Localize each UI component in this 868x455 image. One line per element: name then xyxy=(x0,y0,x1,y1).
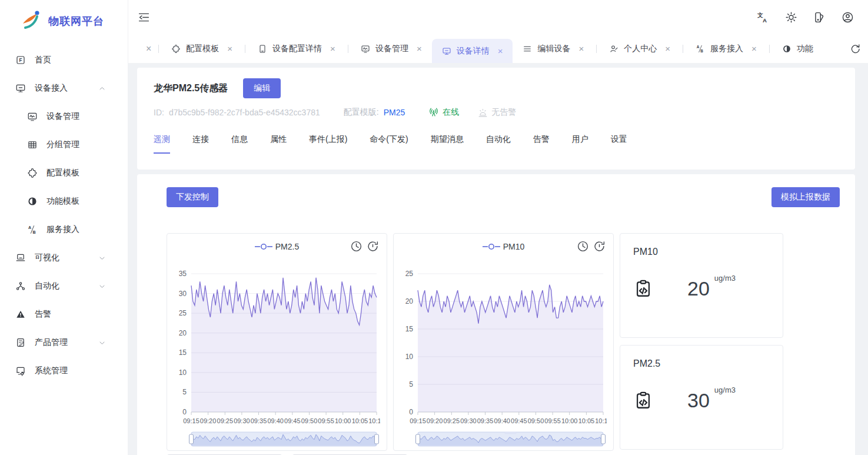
tab-device-management[interactable]: 设备管理 × xyxy=(351,34,432,63)
svg-text:25: 25 xyxy=(405,270,414,278)
svg-text:09:15: 09:15 xyxy=(410,417,426,424)
device-title: 龙华PM2.5传感器 xyxy=(154,82,228,95)
tab-users[interactable]: 用户 xyxy=(572,134,588,154)
tab-expected-messages[interactable]: 期望消息 xyxy=(431,134,464,154)
sidebar-nav: F 首页 设备接入 设备管理 分组管理 配置模板 功能模 xyxy=(0,46,128,385)
sidebar-item-automation[interactable]: 自动化 xyxy=(0,272,128,300)
tab-label: 个人中心 xyxy=(624,44,657,54)
tab-separator xyxy=(348,45,348,53)
sidebar-item-label: 产品管理 xyxy=(35,337,68,348)
tab-alerts[interactable]: 告警 xyxy=(533,134,550,154)
chart-legend[interactable]: PM2.5 xyxy=(255,242,299,251)
svg-text:15: 15 xyxy=(179,348,187,357)
svg-text:A: A xyxy=(28,225,31,230)
sidebar-item-home[interactable]: F 首页 xyxy=(0,46,128,74)
tablet-icon xyxy=(258,44,267,54)
device-id: ID:d7b5c9b5-f982-2c7f-bda5-e45432cc3781 xyxy=(154,108,320,117)
tab-label: 设备配置详情 xyxy=(272,44,322,54)
clipboard-code-icon xyxy=(633,278,653,298)
iot-platform-app: 物联网平台 F 首页 设备接入 设备管理 分组管理 配置模板 xyxy=(0,0,868,455)
close-icon[interactable]: × xyxy=(417,44,422,54)
svg-text:10:00: 10:00 xyxy=(335,417,351,424)
svg-text:09:45: 09:45 xyxy=(284,417,301,424)
close-icon[interactable]: × xyxy=(141,44,156,54)
tab-commands[interactable]: 命令(下发) xyxy=(370,134,408,154)
tab-automation[interactable]: 自动化 xyxy=(486,134,511,154)
svg-text:09:55: 09:55 xyxy=(544,417,561,424)
sidebar-item-service-access[interactable]: AB 服务接入 xyxy=(0,215,128,244)
main-area: 文A × 配置模板 × 设备配置详情 × 设备管理 xyxy=(128,0,868,455)
refresh-clock-icon[interactable] xyxy=(367,240,379,253)
svg-text:09:45: 09:45 xyxy=(511,417,527,424)
online-status: 在线 xyxy=(428,107,459,118)
value-card-unit: ug/m3 xyxy=(714,274,736,283)
close-icon[interactable]: × xyxy=(665,44,670,54)
svg-text:09:30: 09:30 xyxy=(460,417,477,424)
legend-line-marker-icon xyxy=(255,243,272,250)
brand-logo-icon xyxy=(18,8,44,34)
config-template-label: 配置模版: xyxy=(344,107,379,118)
sidebar-item-label: 服务接入 xyxy=(46,224,79,235)
brand-logo[interactable]: 物联网平台 xyxy=(0,0,128,38)
brand-name: 物联网平台 xyxy=(48,14,104,28)
close-icon[interactable]: × xyxy=(578,44,584,54)
menu-fold-icon[interactable] xyxy=(138,11,150,24)
doc-edit-icon xyxy=(15,337,26,348)
sidebar-item-product-management[interactable]: 产品管理 xyxy=(0,328,128,357)
sidebar-item-label: 告警 xyxy=(35,309,51,320)
clipboard-code-icon xyxy=(633,390,653,410)
tab-info[interactable]: 信息 xyxy=(231,134,248,154)
close-icon[interactable]: × xyxy=(330,44,335,54)
svg-text:B: B xyxy=(32,230,35,235)
sidebar-item-group-management[interactable]: 分组管理 xyxy=(0,131,128,159)
refresh-icon[interactable] xyxy=(850,43,861,54)
svg-text:A: A xyxy=(697,45,700,49)
clock-icon[interactable] xyxy=(350,240,363,253)
simulate-report-button[interactable]: 模拟上报数据 xyxy=(771,187,840,207)
send-control-button[interactable]: 下发控制 xyxy=(167,187,218,207)
refresh-clock-icon[interactable] xyxy=(593,240,606,253)
chart-title: PM10 xyxy=(503,242,525,251)
tab-separator xyxy=(158,45,159,53)
device-detail-tabs: 遥测 连接 信息 属性 事件(上报) 命令(下发) 期望消息 自动化 告警 用户… xyxy=(154,134,839,154)
pm10-datazoom-slider[interactable] xyxy=(400,429,607,449)
sidebar-item-alerts[interactable]: 告警 xyxy=(0,300,128,328)
tab-service-access[interactable]: AB 服务接入 × xyxy=(686,34,767,63)
ab-icon: AB xyxy=(27,224,38,235)
edit-button[interactable]: 编辑 xyxy=(243,78,281,98)
user-avatar-icon[interactable] xyxy=(842,11,854,24)
svg-text:5: 5 xyxy=(409,380,413,388)
config-template-link[interactable]: PM25 xyxy=(384,108,405,117)
tab-attributes[interactable]: 属性 xyxy=(270,134,287,154)
sidebar-item-function-template[interactable]: 功能模板 xyxy=(0,187,128,215)
close-icon[interactable]: × xyxy=(498,46,503,56)
tab-device-config-detail[interactable]: 设备配置详情 × xyxy=(248,34,345,63)
palette-icon[interactable] xyxy=(813,11,826,24)
pm25-datazoom-slider[interactable] xyxy=(174,429,380,449)
legend-line-marker-icon xyxy=(483,243,500,250)
tab-edit-device[interactable]: 编辑设备 × xyxy=(513,34,594,63)
warning-icon xyxy=(15,309,26,320)
chart-legend[interactable]: PM10 xyxy=(483,242,525,251)
sidebar-item-device-management[interactable]: 设备管理 xyxy=(0,102,128,131)
tab-events[interactable]: 事件(上报) xyxy=(309,134,347,154)
tab-label: 设备详情 xyxy=(457,46,490,57)
translate-icon[interactable]: 文A xyxy=(757,11,769,24)
tab-settings[interactable]: 设置 xyxy=(611,134,627,154)
tab-telemetry[interactable]: 遥测 xyxy=(154,134,170,154)
tab-device-detail[interactable]: 设备详情 × xyxy=(432,39,513,63)
chevron-down-icon xyxy=(98,283,106,290)
sidebar-item-system-management[interactable]: 系统管理 xyxy=(0,357,128,385)
tab-personal-center[interactable]: 个人中心 × xyxy=(599,34,680,63)
monitor-gear-icon xyxy=(15,366,26,376)
close-icon[interactable]: × xyxy=(227,44,232,54)
sidebar-item-config-template[interactable]: 配置模板 xyxy=(0,159,128,187)
sidebar-item-device-access[interactable]: 设备接入 xyxy=(0,74,128,102)
theme-sun-icon[interactable] xyxy=(785,11,797,24)
tab-function-template[interactable]: 功能 xyxy=(772,34,823,63)
tab-connection[interactable]: 连接 xyxy=(192,134,209,154)
clock-icon[interactable] xyxy=(577,240,589,253)
close-icon[interactable]: × xyxy=(751,44,757,54)
sidebar-item-visualization[interactable]: 可视化 xyxy=(0,244,128,272)
tab-config-template[interactable]: 配置模板 × xyxy=(161,34,242,63)
